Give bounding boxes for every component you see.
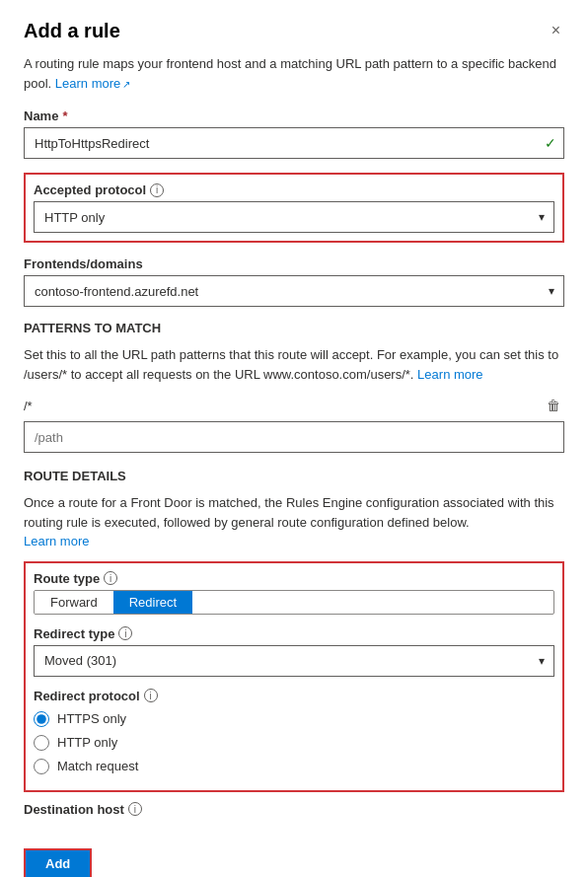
redirect-protocol-http-only[interactable]: HTTP only bbox=[34, 735, 554, 751]
close-button[interactable]: × bbox=[548, 20, 564, 41]
bottom-section: Add bbox=[24, 833, 564, 878]
required-indicator: * bbox=[62, 109, 67, 123]
patterns-description: Set this to all the URL path patterns th… bbox=[24, 345, 564, 384]
route-details-learn-more-link[interactable]: Learn more bbox=[24, 534, 89, 548]
redirect-protocol-radio-group: HTTPS only HTTP only Match request bbox=[34, 711, 554, 774]
forward-toggle-button[interactable]: Forward bbox=[35, 591, 113, 614]
panel-title: Add a rule bbox=[24, 20, 120, 42]
route-type-info-icon[interactable]: i bbox=[104, 571, 117, 585]
redirect-https-label: HTTPS only bbox=[57, 711, 126, 726]
route-details-section-title: ROUTE DETAILS bbox=[24, 469, 564, 483]
route-details-box: Route type i Forward Redirect Redirect t… bbox=[24, 561, 564, 792]
redirect-match-radio[interactable] bbox=[34, 759, 49, 774]
learn-more-text: Learn more bbox=[55, 76, 120, 91]
path-input-wrapper bbox=[24, 421, 564, 453]
route-type-group: Route type i Forward Redirect bbox=[34, 571, 554, 615]
frontends-domains-label: Frontends/domains bbox=[24, 256, 564, 271]
redirect-protocol-info-icon[interactable]: i bbox=[144, 689, 158, 702]
accepted-protocol-group: Accepted protocol i HTTP only HTTPS only… bbox=[24, 173, 564, 243]
accepted-protocol-label: Accepted protocol i bbox=[34, 183, 554, 197]
redirect-protocol-https-only[interactable]: HTTPS only bbox=[34, 711, 554, 727]
name-field-group: Name* ✓ bbox=[24, 109, 564, 159]
redirect-http-radio[interactable] bbox=[34, 735, 49, 751]
redirect-protocol-match-request[interactable]: Match request bbox=[34, 759, 554, 774]
add-rule-panel: Add a rule × A routing rule maps your fr… bbox=[0, 0, 588, 877]
destination-host-info-icon[interactable]: i bbox=[128, 802, 142, 816]
accepted-protocol-select[interactable]: HTTP only HTTPS only HTTP and HTTPS bbox=[34, 201, 554, 233]
redirect-type-select[interactable]: Moved (301) Found (302) Temporary Redire… bbox=[34, 645, 554, 677]
pattern-value: /* bbox=[24, 399, 33, 413]
accepted-protocol-select-wrapper: HTTP only HTTPS only HTTP and HTTPS ▾ bbox=[34, 201, 554, 233]
frontends-domains-group: Frontends/domains contoso-frontend.azure… bbox=[24, 256, 564, 307]
route-details-text: Once a route for a Front Door is matched… bbox=[24, 495, 554, 530]
panel-header: Add a rule × bbox=[24, 20, 564, 42]
patterns-learn-more-text: Learn more bbox=[417, 367, 482, 382]
redirect-http-label: HTTP only bbox=[57, 735, 117, 750]
redirect-type-group: Redirect type i Moved (301) Found (302) … bbox=[34, 626, 554, 677]
redirect-protocol-group: Redirect protocol i HTTPS only HTTP only… bbox=[34, 689, 554, 774]
redirect-toggle-button[interactable]: Redirect bbox=[113, 591, 192, 614]
patterns-section-title: PATTERNS TO MATCH bbox=[24, 321, 564, 335]
panel-description: A routing rule maps your frontend host a… bbox=[24, 54, 564, 93]
destination-host-text: Destination host bbox=[24, 802, 124, 817]
name-input-wrapper: ✓ bbox=[24, 127, 564, 159]
path-input[interactable] bbox=[24, 421, 564, 453]
external-link-icon: ↗ bbox=[122, 79, 130, 90]
route-type-toggle: Forward Redirect bbox=[34, 590, 554, 615]
description-learn-more-link[interactable]: Learn more↗ bbox=[55, 76, 130, 91]
destination-host-label: Destination host i bbox=[24, 802, 564, 817]
redirect-type-info-icon[interactable]: i bbox=[118, 626, 132, 640]
name-input[interactable] bbox=[24, 127, 564, 159]
redirect-match-label: Match request bbox=[57, 759, 138, 773]
pattern-row: /* 🗑 bbox=[24, 396, 564, 415]
delete-pattern-icon[interactable]: 🗑 bbox=[543, 396, 564, 415]
frontends-domains-select-wrapper: contoso-frontend.azurefd.net ▾ bbox=[24, 275, 564, 307]
redirect-protocol-label: Redirect protocol i bbox=[34, 689, 554, 703]
route-details-description: Once a route for a Front Door is matched… bbox=[24, 493, 564, 551]
redirect-type-select-wrapper: Moved (301) Found (302) Temporary Redire… bbox=[34, 645, 554, 677]
redirect-https-radio[interactable] bbox=[34, 711, 49, 727]
name-valid-checkmark: ✓ bbox=[545, 135, 556, 151]
accepted-protocol-info-icon[interactable]: i bbox=[150, 183, 164, 197]
name-label: Name* bbox=[24, 109, 564, 123]
route-type-label: Route type i bbox=[34, 571, 554, 586]
redirect-type-label: Redirect type i bbox=[34, 626, 554, 641]
frontends-domains-select[interactable]: contoso-frontend.azurefd.net bbox=[24, 275, 564, 307]
add-button[interactable]: Add bbox=[24, 848, 92, 878]
patterns-learn-more-link[interactable]: Learn more bbox=[417, 367, 482, 382]
route-details-learn-more-text: Learn more bbox=[24, 534, 89, 548]
